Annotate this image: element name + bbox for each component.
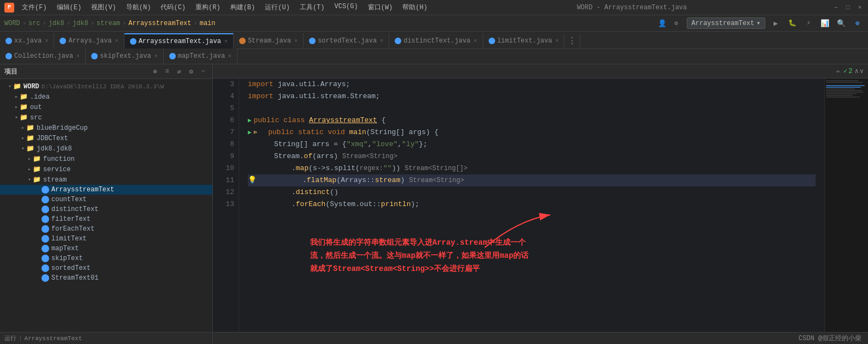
breadcrumb-src[interactable]: src	[28, 20, 40, 27]
profile-button[interactable]: 📊	[819, 17, 831, 29]
tab-map-java[interactable]: mapText.java ×	[164, 49, 237, 64]
tree-label-distincttext: distinctText	[51, 206, 98, 213]
tab-close-stream[interactable]: ×	[294, 38, 298, 44]
menu-view[interactable]: 视图(V)	[87, 2, 121, 13]
tab-distinct-java[interactable]: distinctText.java ×	[389, 33, 483, 49]
menu-refactor[interactable]: 重构(R)	[191, 2, 225, 13]
breadcrumb-jdk8-2[interactable]: jdk8	[73, 20, 88, 27]
tree-counttext[interactable]: countText	[0, 195, 212, 204]
tab-close-arraysstream[interactable]: ×	[224, 39, 228, 45]
tree-distincttext[interactable]: distinctText	[0, 204, 212, 214]
window-controls[interactable]: − □ ×	[832, 4, 864, 11]
menu-window[interactable]: 窗口(W)	[364, 2, 397, 13]
tree-maptext[interactable]: mapText	[0, 244, 212, 254]
menu-bar[interactable]: 文件(F) 编辑(E) 视图(V) 导航(N) 代码(C) 重构(R) 构建(B…	[17, 2, 432, 13]
minimize-button[interactable]: −	[832, 4, 840, 11]
tree-arrow-out: ▸	[13, 104, 20, 110]
tree-jdk8[interactable]: ▾ 📁 jdk8.jdk8	[0, 143, 212, 154]
settings-icon[interactable]: ⚙	[670, 17, 682, 29]
person-icon[interactable]: 👤	[656, 17, 668, 29]
tab-close-xx[interactable]: ×	[45, 38, 48, 44]
tab-collection-java[interactable]: Collection.java ×	[0, 49, 86, 64]
tab-icon-sorted	[309, 38, 316, 44]
tree-jdbc[interactable]: ▸ 📁 JDBCText	[0, 133, 212, 143]
tree-out[interactable]: ▸ 📁 out	[0, 102, 212, 112]
sidebar-action-layout[interactable]: ≡	[162, 67, 172, 76]
tab-label-limit: limitText.java	[497, 37, 552, 45]
code-lines-container[interactable]: import java.util.Arrays; import java.uti…	[239, 79, 824, 344]
tree-src[interactable]: ▾ 📁 src	[0, 112, 212, 123]
breadcrumb-class[interactable]: ArraysstreamText	[128, 20, 191, 27]
tree-label-word: WORD	[23, 83, 39, 90]
tab-close-limit[interactable]: ×	[555, 38, 558, 44]
tree-function[interactable]: ▸ 📁 function	[0, 154, 212, 164]
tree-skiptext[interactable]: skipText	[0, 254, 212, 263]
tree-service[interactable]: ▸ 📁 service	[0, 164, 212, 174]
tree-limittext[interactable]: limitText	[0, 234, 212, 244]
maximize-button[interactable]: □	[844, 4, 852, 11]
menu-edit[interactable]: 编辑(E)	[52, 2, 86, 13]
run-button[interactable]: ▶	[770, 17, 782, 29]
tree-foreachtext[interactable]: forEachText	[0, 224, 212, 234]
menu-help[interactable]: 帮助(H)	[398, 2, 432, 13]
down-arrow-icon[interactable]: ∨	[860, 67, 864, 75]
tree-label-foreachtext: forEachText	[51, 225, 94, 233]
tab-close-distinct[interactable]: ×	[474, 38, 477, 44]
tab-arrays-java[interactable]: Arrays.java ×	[54, 33, 124, 49]
tree-stream[interactable]: ▾ 📁 stream	[0, 174, 212, 185]
run-config-label: ArraysstreamText	[692, 20, 754, 27]
edit-toolbar-icon[interactable]: ✏	[836, 67, 840, 75]
breadcrumb-jdk8-1[interactable]: jdk8	[49, 20, 64, 27]
run-config-dropdown-icon[interactable]: ▾	[757, 19, 760, 27]
tab-more[interactable]: ⋮	[564, 33, 580, 49]
folder-icon-stream: 📁	[33, 176, 41, 184]
code-line-3: import java.util.Arrays;	[248, 79, 816, 90]
menu-build[interactable]: 构建(B)	[226, 2, 260, 13]
tab-limit-java[interactable]: limitText.java ×	[483, 33, 565, 49]
menu-file[interactable]: 文件(F)	[17, 2, 51, 13]
menu-tools[interactable]: 工具(T)	[295, 2, 329, 13]
tree-label-filtertext: filterText	[51, 215, 91, 223]
tree-streamtext01[interactable]: StreamText01	[0, 273, 212, 283]
breadcrumb-method[interactable]: main	[200, 20, 216, 27]
tab-arraysstream-java[interactable]: ArraysstreamText.java ×	[124, 33, 234, 49]
sidebar-action-gear[interactable]: ⚙	[186, 67, 196, 76]
close-button[interactable]: ×	[856, 4, 864, 11]
debug-button[interactable]: 🐛	[786, 17, 798, 29]
tree-filtertext[interactable]: filterText	[0, 214, 212, 224]
tab-xx-java[interactable]: xx.java ×	[0, 33, 54, 49]
tree-arraysstreamtext[interactable]: ArraysstreamText	[0, 185, 212, 195]
sidebar-action-collapse[interactable]: −	[198, 67, 208, 76]
tab-skip-java[interactable]: skipText.java ×	[86, 49, 164, 64]
menu-code[interactable]: 代码(C)	[156, 2, 190, 13]
tab-bar-row1: xx.java × Arrays.java × ArraysstreamText…	[0, 32, 868, 49]
menu-vcs[interactable]: VCS(G)	[330, 2, 362, 13]
tab-sorted-java[interactable]: sortedText.java ×	[304, 33, 389, 49]
sidebar-action-sync[interactable]: ⇄	[174, 67, 184, 76]
tab-stream-java[interactable]: Stream.java ×	[234, 33, 304, 49]
add-icon[interactable]: ⊕	[852, 17, 864, 29]
breadcrumb-stream[interactable]: stream	[97, 20, 120, 27]
tab-close-collection[interactable]: ×	[76, 53, 80, 59]
file-icon-filtertext	[41, 215, 49, 223]
tab-close-map[interactable]: ×	[228, 53, 231, 59]
menu-nav[interactable]: 导航(N)	[122, 2, 156, 13]
file-icon-foreachtext	[41, 225, 49, 233]
sidebar-action-new[interactable]: ⊕	[150, 67, 160, 76]
tab-close-arrays[interactable]: ×	[115, 38, 118, 44]
bulb-icon-11[interactable]: 💡	[248, 174, 257, 186]
tab-close-sorted[interactable]: ×	[380, 38, 383, 44]
search-button[interactable]: 🔍	[835, 17, 847, 29]
tree-root[interactable]: ▾ 📁 WORD D:\JavaDE\IntelliJ IDEA 2018.3.…	[0, 81, 212, 92]
tree-idea[interactable]: ▸ 📁 .idea	[0, 92, 212, 102]
tab-close-skip[interactable]: ×	[154, 53, 158, 59]
tree-label-jdk8: jdk8.jdk8	[37, 145, 72, 153]
tree-bluebridge[interactable]: ▸ 📁 blueBridgeCup	[0, 123, 212, 133]
breadcrumb-word[interactable]: WORD	[4, 20, 20, 27]
up-arrow-icon[interactable]: ∧	[855, 67, 859, 75]
tree-label-sortedtext: sortedText	[51, 264, 91, 272]
run-config-selector[interactable]: ArraysstreamText ▾	[687, 17, 765, 29]
tree-sortedtext[interactable]: sortedText	[0, 263, 212, 273]
menu-run[interactable]: 运行(U)	[260, 2, 294, 13]
coverage-button[interactable]: ⚡	[802, 17, 815, 29]
